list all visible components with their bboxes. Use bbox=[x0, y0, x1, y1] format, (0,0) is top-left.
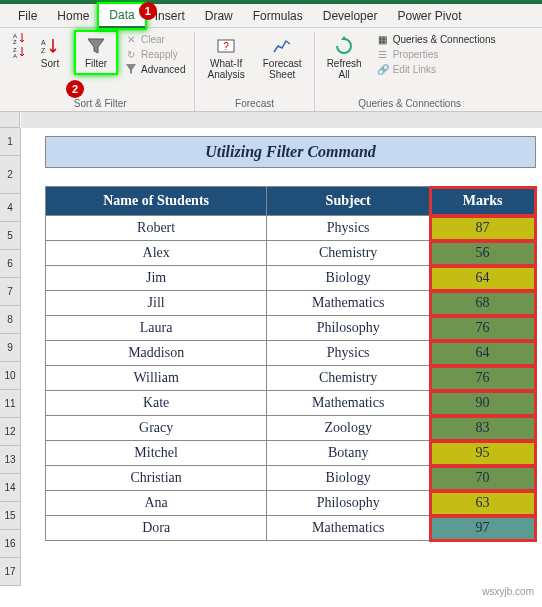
refresh-all-button[interactable]: Refresh All bbox=[321, 32, 368, 84]
row-header[interactable]: 17 bbox=[0, 558, 20, 586]
table-row[interactable]: DoraMathematics97 bbox=[46, 516, 536, 541]
svg-text:A: A bbox=[13, 53, 17, 59]
cell-name[interactable]: Jill bbox=[46, 291, 267, 316]
row-header[interactable]: 5 bbox=[0, 222, 20, 250]
tab-home[interactable]: Home bbox=[47, 5, 99, 27]
edit-links-button[interactable]: 🔗Edit Links bbox=[374, 62, 499, 76]
cell-subject[interactable]: Biology bbox=[267, 266, 430, 291]
cell-name[interactable]: Gracy bbox=[46, 416, 267, 441]
worksheet[interactable]: 124567891011121314151617 Utilizing Filte… bbox=[0, 112, 542, 586]
select-all-corner[interactable] bbox=[0, 112, 20, 128]
tab-draw[interactable]: Draw bbox=[195, 5, 243, 27]
row-header[interactable]: 14 bbox=[0, 474, 20, 502]
cell-name[interactable]: William bbox=[46, 366, 267, 391]
row-header[interactable]: 13 bbox=[0, 446, 20, 474]
table-row[interactable]: AnaPhilosophy63 bbox=[46, 491, 536, 516]
tab-file[interactable]: File bbox=[8, 5, 47, 27]
header-name[interactable]: Name of Students bbox=[46, 187, 267, 216]
cell-marks[interactable]: 56 bbox=[430, 241, 536, 266]
row-header[interactable]: 12 bbox=[0, 418, 20, 446]
cell-subject[interactable]: Chemistry bbox=[267, 241, 430, 266]
cell-marks[interactable]: 68 bbox=[430, 291, 536, 316]
cell-name[interactable]: Maddison bbox=[46, 341, 267, 366]
cell-name[interactable]: Christian bbox=[46, 466, 267, 491]
table-row[interactable]: JillMathematics68 bbox=[46, 291, 536, 316]
cell-marks[interactable]: 90 bbox=[430, 391, 536, 416]
cell-name[interactable]: Laura bbox=[46, 316, 267, 341]
header-marks[interactable]: Marks bbox=[430, 187, 536, 216]
clear-button[interactable]: ✕Clear bbox=[122, 32, 188, 46]
cell-subject[interactable]: Chemistry bbox=[267, 366, 430, 391]
cell-name[interactable]: Dora bbox=[46, 516, 267, 541]
queries-connections-button[interactable]: ▦Queries & Connections bbox=[374, 32, 499, 46]
cell-subject[interactable]: Mathematics bbox=[267, 391, 430, 416]
cell-subject[interactable]: Physics bbox=[267, 341, 430, 366]
filter-button[interactable]: 2 Filter bbox=[76, 32, 116, 73]
tab-formulas[interactable]: Formulas bbox=[243, 5, 313, 27]
cell-marks[interactable]: 63 bbox=[430, 491, 536, 516]
cell-subject[interactable]: Mathematics bbox=[267, 516, 430, 541]
row-header[interactable]: 4 bbox=[0, 194, 20, 222]
table-row[interactable]: KateMathematics90 bbox=[46, 391, 536, 416]
table-row[interactable]: ChristianBiology70 bbox=[46, 466, 536, 491]
cell-subject[interactable]: Botany bbox=[267, 441, 430, 466]
cell-subject[interactable]: Philosophy bbox=[267, 316, 430, 341]
table-row[interactable]: AlexChemistry56 bbox=[46, 241, 536, 266]
row-header[interactable]: 6 bbox=[0, 250, 20, 278]
cell-name[interactable]: Kate bbox=[46, 391, 267, 416]
cell-subject[interactable]: Physics bbox=[267, 216, 430, 241]
ribbon-group-queries: Refresh All ▦Queries & Connections ☰Prop… bbox=[315, 32, 505, 111]
cell-name[interactable]: Mitchel bbox=[46, 441, 267, 466]
whatif-button[interactable]: ? What-If Analysis bbox=[201, 32, 250, 84]
reapply-button[interactable]: ↻Reapply bbox=[122, 47, 188, 61]
table-row[interactable]: MaddisonPhysics64 bbox=[46, 341, 536, 366]
cell-marks[interactable]: 76 bbox=[430, 316, 536, 341]
row-header[interactable]: 11 bbox=[0, 390, 20, 418]
links-icon: 🔗 bbox=[377, 63, 389, 75]
table-row[interactable]: GracyZoology83 bbox=[46, 416, 536, 441]
cell-subject[interactable]: Zoology bbox=[267, 416, 430, 441]
cell-marks[interactable]: 95 bbox=[430, 441, 536, 466]
column-headers[interactable] bbox=[21, 112, 542, 128]
advanced-icon bbox=[125, 63, 137, 75]
cell-marks[interactable]: 70 bbox=[430, 466, 536, 491]
header-subject[interactable]: Subject bbox=[267, 187, 430, 216]
table-row[interactable]: WilliamChemistry76 bbox=[46, 366, 536, 391]
row-header[interactable]: 8 bbox=[0, 306, 20, 334]
cell-name[interactable]: Robert bbox=[46, 216, 267, 241]
sort-button[interactable]: AZ Sort bbox=[30, 32, 70, 73]
cell-name[interactable]: Ana bbox=[46, 491, 267, 516]
row-header[interactable]: 10 bbox=[0, 362, 20, 390]
row-header[interactable]: 9 bbox=[0, 334, 20, 362]
cell-subject[interactable]: Biology bbox=[267, 466, 430, 491]
group-label-queries: Queries & Connections bbox=[358, 96, 461, 111]
cell-marks[interactable]: 87 bbox=[430, 216, 536, 241]
row-header[interactable]: 1 bbox=[0, 128, 20, 156]
cell-subject[interactable]: Philosophy bbox=[267, 491, 430, 516]
table-row[interactable]: LauraPhilosophy76 bbox=[46, 316, 536, 341]
table-row[interactable]: RobertPhysics87 bbox=[46, 216, 536, 241]
sort-za-icon[interactable]: ZA bbox=[12, 46, 24, 58]
cell-subject[interactable]: Mathematics bbox=[267, 291, 430, 316]
row-header[interactable]: 16 bbox=[0, 530, 20, 558]
forecast-sheet-button[interactable]: Forecast Sheet bbox=[257, 32, 308, 84]
cell-marks[interactable]: 83 bbox=[430, 416, 536, 441]
sort-az-icon[interactable]: AZ bbox=[12, 32, 24, 44]
tab-data[interactable]: Data 1 bbox=[99, 4, 144, 28]
row-header[interactable]: 15 bbox=[0, 502, 20, 530]
tab-powerpivot[interactable]: Power Pivot bbox=[387, 5, 471, 27]
cell-marks[interactable]: 76 bbox=[430, 366, 536, 391]
cell-marks[interactable]: 64 bbox=[430, 266, 536, 291]
table-row[interactable]: JimBiology64 bbox=[46, 266, 536, 291]
cell-name[interactable]: Jim bbox=[46, 266, 267, 291]
cell-marks[interactable]: 64 bbox=[430, 341, 536, 366]
cell-name[interactable]: Alex bbox=[46, 241, 267, 266]
tab-developer[interactable]: Developer bbox=[313, 5, 388, 27]
advanced-button[interactable]: Advanced bbox=[122, 62, 188, 76]
row-header[interactable]: 7 bbox=[0, 278, 20, 306]
cell-marks[interactable]: 97 bbox=[430, 516, 536, 541]
clear-icon: ✕ bbox=[125, 33, 137, 45]
table-row[interactable]: MitchelBotany95 bbox=[46, 441, 536, 466]
properties-button[interactable]: ☰Properties bbox=[374, 47, 499, 61]
row-header[interactable]: 2 bbox=[0, 156, 20, 194]
